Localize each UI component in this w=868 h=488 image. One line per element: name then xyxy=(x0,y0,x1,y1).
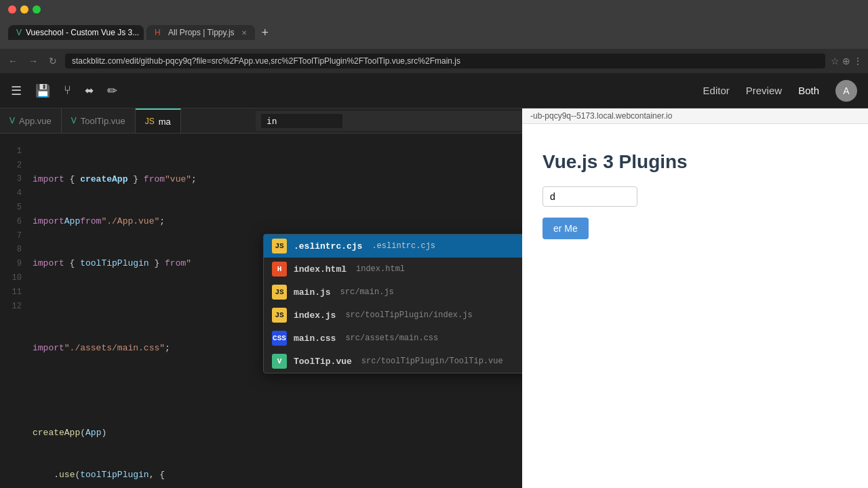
back-button[interactable]: ← xyxy=(5,54,20,68)
address-bar-input[interactable] xyxy=(65,54,825,68)
ac-icon-css: CSS xyxy=(272,331,287,346)
ac-path-eslintrc: .eslintrc.cjs xyxy=(372,241,435,251)
browser-tabs: V Vueschool - Custom Vue Js 3... ✕ H All… xyxy=(0,16,868,49)
preview-url-bar: -ub-pqcy9q--5173.local.webcontainer.io xyxy=(522,108,868,124)
app-header: ☰ 💾 ⑂ ⬌ ✏ Editor Preview Both A xyxy=(0,73,868,108)
tab-favicon-html: H xyxy=(155,28,164,37)
tab-favicon-vue: V xyxy=(16,28,22,37)
both-button[interactable]: Both xyxy=(798,85,819,96)
browser-chrome: V Vueschool - Custom Vue Js 3... ✕ H All… xyxy=(0,0,868,49)
browser-tab-tippy[interactable]: H All Props | Tippy.js ✕ xyxy=(146,25,255,40)
editor-button[interactable]: Editor xyxy=(703,85,730,96)
minimize-btn[interactable] xyxy=(20,5,28,14)
autocomplete-dropdown: JS .eslintrc.cjs .eslintrc.cjs H index.h… xyxy=(263,234,522,373)
ac-item-indexhtml[interactable]: H index.html index.html xyxy=(264,258,522,281)
preview-input[interactable] xyxy=(542,186,637,207)
ac-icon-js3: JS xyxy=(272,308,287,323)
ac-icon-vue: V xyxy=(272,354,287,369)
close-btn[interactable] xyxy=(8,5,16,14)
ac-name-indexjs: index.js xyxy=(294,310,336,321)
file-search-input[interactable] xyxy=(261,114,342,128)
maximize-btn[interactable] xyxy=(33,5,41,14)
ac-path-maincss: src/assets/main.css xyxy=(345,333,438,343)
header-left: ☰ 💾 ⑂ ⬌ ✏ xyxy=(11,83,117,98)
tab-app-vue[interactable]: V App.vue xyxy=(0,108,62,133)
vue-icon-app: V xyxy=(9,116,15,125)
preview-button-hover[interactable]: er Me xyxy=(542,218,589,239)
git-icon[interactable]: ⑂ xyxy=(64,83,71,98)
avatar[interactable]: A xyxy=(835,80,857,102)
ac-path-indexhtml: index.html xyxy=(356,264,405,274)
reload-button[interactable]: ↻ xyxy=(46,54,60,68)
preview-title: Vue.js 3 Plugins xyxy=(542,151,848,173)
tab-tooltip-vue[interactable]: V ToolTip.vue xyxy=(62,108,136,133)
line-numbers: 1234 5678 9101112 xyxy=(0,134,27,488)
address-bar-row: ← → ↻ ☆ ⊕ ⋮ xyxy=(0,49,868,73)
tab-close-tippy[interactable]: ✕ xyxy=(241,29,247,37)
ac-name-eslintrc: .eslintrc.cjs xyxy=(294,241,362,251)
bookmark-icon: ☆ xyxy=(831,56,840,66)
ac-item-mainjs[interactable]: JS main.js src/main.js xyxy=(264,281,522,304)
new-tab-button[interactable]: + xyxy=(258,26,273,40)
header-right: Editor Preview Both A xyxy=(703,80,857,102)
vue-icon-tooltip: V xyxy=(71,116,77,125)
ac-icon-js: JS xyxy=(272,239,287,253)
ac-name-maincss: main.css xyxy=(294,333,336,344)
share-icon[interactable]: ⬌ xyxy=(85,84,94,97)
tab-label-vueschool: Vueschool - Custom Vue Js 3... xyxy=(26,28,139,37)
tab-label-main-js: ma xyxy=(159,117,171,127)
browser-tab-vueschool[interactable]: V Vueschool - Custom Vue Js 3... ✕ xyxy=(8,25,144,40)
file-search-area xyxy=(256,111,522,131)
forward-button[interactable]: → xyxy=(26,54,41,68)
editor-pane: V App.vue V ToolTip.vue JS ma 1234 5 xyxy=(0,108,522,488)
hamburger-icon[interactable]: ☰ xyxy=(11,83,22,98)
settings-icon: ⋮ xyxy=(853,56,863,66)
save-icon[interactable]: 💾 xyxy=(35,83,50,98)
main-content: V App.vue V ToolTip.vue JS ma 1234 5 xyxy=(0,108,868,488)
preview-url-text: -ub-pqcy9q--5173.local.webcontainer.io xyxy=(530,111,672,121)
edit-icon[interactable]: ✏ xyxy=(107,83,117,98)
ac-name-tooltipvue: ToolTip.vue xyxy=(294,357,352,367)
ac-icon-js2: JS xyxy=(272,285,287,300)
ac-item-eslintrc[interactable]: JS .eslintrc.cjs .eslintrc.cjs xyxy=(264,235,522,258)
ac-path-indexjs: src/toolTipPlugin/index.js xyxy=(345,310,472,320)
ac-item-tooltipvue[interactable]: V ToolTip.vue src/toolTipPlugin/ToolTip.… xyxy=(264,350,522,373)
preview-button[interactable]: Preview xyxy=(746,85,782,96)
code-area: 1234 5678 9101112 import { createApp } f… xyxy=(0,134,522,488)
preview-content: Vue.js 3 Plugins er Me xyxy=(522,124,868,488)
ac-path-tooltipvue: src/toolTipPlugin/ToolTip.vue xyxy=(361,357,503,366)
tab-label-tooltip-vue: ToolTip.vue xyxy=(81,116,125,126)
ac-path-mainjs: src/main.js xyxy=(340,287,394,297)
extension-icon: ⊕ xyxy=(842,56,850,66)
ac-name-mainjs: main.js xyxy=(294,287,331,298)
browser-traffic-lights xyxy=(0,0,868,16)
js-icon-main: JS xyxy=(145,117,155,126)
tab-main-js[interactable]: JS ma xyxy=(136,108,181,133)
ac-item-indexjs[interactable]: JS index.js src/toolTipPlugin/index.js xyxy=(264,304,522,327)
tab-label-tippy: All Props | Tippy.js xyxy=(168,28,235,37)
tab-label-app-vue: App.vue xyxy=(19,116,52,126)
ac-item-maincss[interactable]: CSS main.css src/assets/main.css xyxy=(264,327,522,350)
browser-actions: ☆ ⊕ ⋮ xyxy=(831,56,863,66)
ac-name-indexhtml: index.html xyxy=(294,264,347,274)
preview-pane: -ub-pqcy9q--5173.local.webcontainer.io V… xyxy=(522,108,868,488)
ac-icon-html: H xyxy=(272,262,287,277)
editor-tabs: V App.vue V ToolTip.vue JS ma xyxy=(0,108,256,133)
